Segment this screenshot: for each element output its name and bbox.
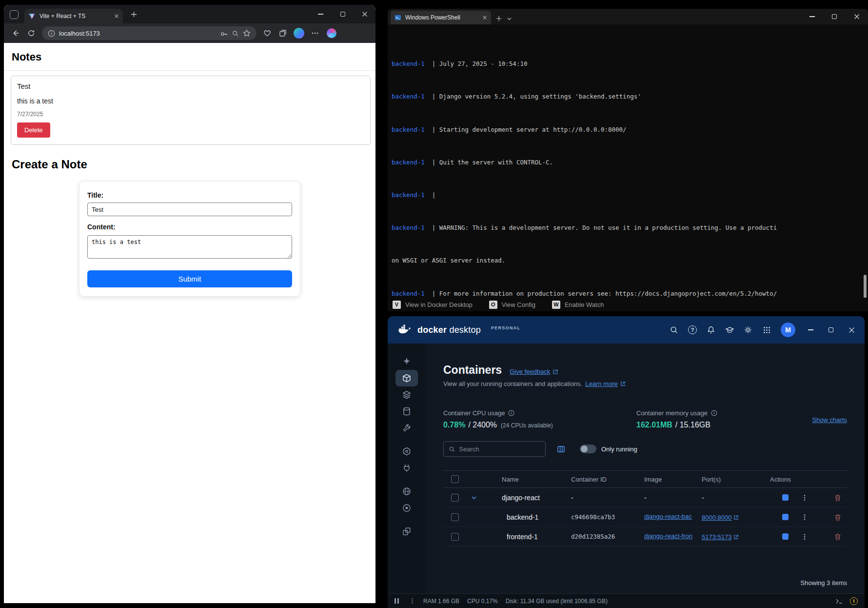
header-image[interactable]: Image xyxy=(644,476,702,483)
delete-container-button[interactable] xyxy=(831,491,844,504)
browser-tab[interactable]: Vite + React + TS xyxy=(24,9,123,23)
sidebar-containers-icon[interactable] xyxy=(395,370,418,386)
workspace-icon[interactable] xyxy=(10,10,19,19)
container-name[interactable]: django-react xyxy=(502,494,571,502)
show-charts-link[interactable]: Show charts xyxy=(812,416,847,424)
browser-close-button[interactable] xyxy=(354,5,375,23)
zoom-icon[interactable] xyxy=(232,30,239,37)
docker-close-button[interactable] xyxy=(841,316,862,344)
terminal-tab-close-icon[interactable] xyxy=(482,15,487,20)
docker-maximize-button[interactable] xyxy=(821,316,841,344)
compose-hint[interactable]: VView in Docker Desktop xyxy=(393,301,473,309)
statusbar-menu-icon[interactable] xyxy=(409,598,415,604)
alerts-icon[interactable] xyxy=(850,597,858,605)
favorites-star-icon[interactable] xyxy=(243,29,251,37)
select-all-checkbox[interactable] xyxy=(451,475,459,483)
stop-container-button[interactable] xyxy=(779,530,791,543)
table-row[interactable]: django-react - - - xyxy=(443,488,847,507)
delete-container-button[interactable] xyxy=(831,511,844,524)
browser-minimize-button[interactable] xyxy=(310,5,332,23)
row-checkbox[interactable] xyxy=(451,494,459,502)
site-info-icon[interactable] xyxy=(48,30,55,37)
search-input[interactable] xyxy=(459,446,540,453)
apps-grid-icon[interactable] xyxy=(759,322,774,338)
row-menu-button[interactable] xyxy=(798,530,811,543)
give-feedback-link[interactable]: Give feedback xyxy=(510,368,558,375)
table-row[interactable]: frontend-1 d20d12385a26 django-react-fro… xyxy=(443,527,847,547)
stop-container-button[interactable] xyxy=(779,491,791,504)
sidebar-docker-hub-icon[interactable] xyxy=(395,483,418,500)
log-message: | Starting development server at http://… xyxy=(425,126,627,133)
password-key-icon[interactable] xyxy=(220,29,228,37)
back-button[interactable] xyxy=(9,26,22,40)
compose-hint[interactable]: OView Config xyxy=(489,301,535,309)
row-checkbox[interactable] xyxy=(451,533,459,541)
sidebar-volumes-icon[interactable] xyxy=(395,403,418,420)
terminal-new-tab-button[interactable] xyxy=(496,16,502,21)
terminal-maximize-button[interactable] xyxy=(823,9,846,24)
delete-note-button[interactable]: Delete xyxy=(17,122,50,138)
collections-icon[interactable] xyxy=(276,26,290,40)
submit-button[interactable]: Submit xyxy=(87,270,292,287)
learning-center-icon[interactable] xyxy=(722,322,737,338)
row-checkbox[interactable] xyxy=(451,513,459,521)
delete-container-button[interactable] xyxy=(831,530,844,543)
column-settings-icon[interactable] xyxy=(554,443,567,455)
row-menu-button[interactable] xyxy=(798,491,811,504)
sidebar-builds-icon[interactable] xyxy=(395,420,418,436)
row-expand-chevron[interactable] xyxy=(471,494,487,501)
pause-resources-button[interactable] xyxy=(395,598,401,604)
new-tab-button[interactable] xyxy=(128,8,139,20)
notifications-bell-icon[interactable] xyxy=(703,322,719,338)
items-count: Showing 3 items xyxy=(801,579,847,587)
address-bar[interactable]: localhost:5173 xyxy=(42,26,256,40)
header-name[interactable]: Name xyxy=(502,476,571,483)
search-icon[interactable] xyxy=(666,322,682,338)
content-textarea[interactable]: this is a test xyxy=(87,235,292,259)
log-message: | Django version 5.2.4, using settings '… xyxy=(425,93,641,100)
terminal-tab-dropdown-icon[interactable] xyxy=(507,16,512,21)
only-running-toggle[interactable] xyxy=(580,445,596,453)
container-name[interactable]: backend-1 xyxy=(502,513,571,521)
header-ports[interactable]: Port(s) xyxy=(702,476,770,483)
tab-close-icon[interactable] xyxy=(114,14,119,19)
user-avatar[interactable]: M xyxy=(781,323,795,337)
browser-window-controls xyxy=(310,5,375,23)
sidebar-models-icon[interactable] xyxy=(395,443,418,460)
refresh-button[interactable] xyxy=(24,26,38,40)
terminal-tab[interactable]: Windows PowerShell xyxy=(391,11,491,24)
stop-container-button[interactable] xyxy=(779,511,791,524)
containers-search-box[interactable] xyxy=(443,441,546,457)
info-icon xyxy=(711,410,717,416)
header-container-id[interactable]: Container ID xyxy=(571,476,644,483)
port-link[interactable]: 8000:8000 xyxy=(702,514,739,521)
container-id: - xyxy=(571,494,644,502)
help-icon[interactable]: ? xyxy=(685,322,700,338)
sidebar-docker-scout-icon[interactable] xyxy=(395,500,418,516)
image-link[interactable]: django-react-fron xyxy=(644,532,692,540)
url-text[interactable]: localhost:5173 xyxy=(59,30,216,37)
terminal-close-button[interactable] xyxy=(846,9,868,24)
table-row[interactable]: backend-1 c946698ca7b3 django-react-bac … xyxy=(443,507,847,527)
sidebar-images-icon[interactable] xyxy=(395,386,418,403)
settings-menu-icon[interactable] xyxy=(308,26,322,40)
browser-maximize-button[interactable] xyxy=(332,5,354,23)
docker-minimize-button[interactable] xyxy=(800,316,821,344)
port-link[interactable]: 5173:5173 xyxy=(702,533,739,541)
terminal-minimize-button[interactable] xyxy=(801,9,823,24)
terminal-toggle-icon[interactable] xyxy=(835,598,843,605)
profile-avatar[interactable] xyxy=(294,28,304,39)
log-service-prefix: backend-1 xyxy=(392,290,425,297)
browser-essentials-icon[interactable] xyxy=(260,26,274,40)
sidebar-mcp-toolkit-icon[interactable] xyxy=(395,460,418,476)
sidebar-extensions-icon[interactable] xyxy=(395,523,418,540)
copilot-icon[interactable] xyxy=(327,28,336,38)
learn-more-link[interactable]: Learn more xyxy=(585,380,625,387)
row-menu-button[interactable] xyxy=(798,511,811,524)
container-name[interactable]: frontend-1 xyxy=(502,533,571,541)
title-input[interactable] xyxy=(87,203,292,216)
image-link[interactable]: django-react-bac xyxy=(644,513,692,520)
compose-hint[interactable]: WEnable Watch xyxy=(552,301,604,309)
settings-gear-icon[interactable] xyxy=(740,322,756,338)
ask-gordon-icon[interactable] xyxy=(395,353,418,370)
